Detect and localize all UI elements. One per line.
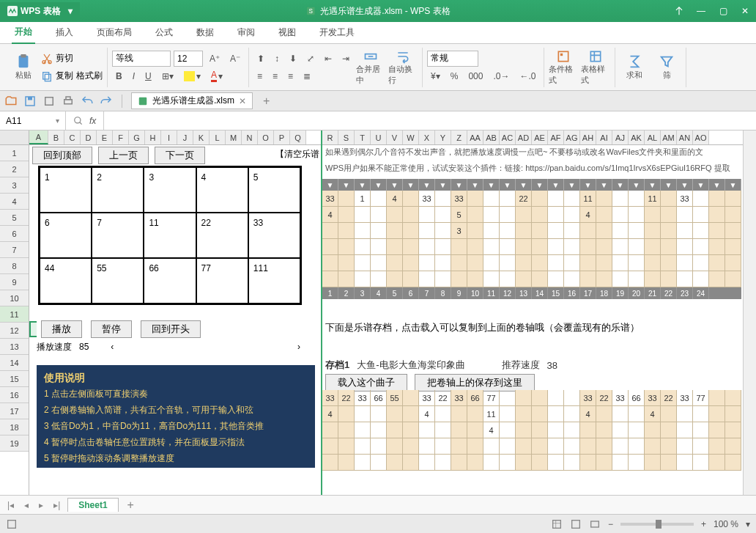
- name-box[interactable]: A11▾: [0, 111, 66, 130]
- print-icon[interactable]: [62, 95, 75, 108]
- roll-cell[interactable]: [548, 255, 564, 271]
- col-header[interactable]: AI: [596, 131, 612, 144]
- roll-cell[interactable]: [580, 255, 596, 271]
- col-header[interactable]: W: [403, 131, 419, 144]
- tab-formula[interactable]: 公式: [152, 22, 176, 44]
- note-pad-cell[interactable]: 6: [40, 213, 92, 258]
- col-header[interactable]: K: [193, 131, 210, 144]
- roll-cell[interactable]: [387, 223, 403, 239]
- roll-cell[interactable]: [322, 223, 338, 239]
- archive-roll-cell[interactable]: 33: [419, 390, 435, 406]
- roll-cell[interactable]: 5: [451, 207, 467, 223]
- archive-roll-cell[interactable]: [580, 455, 596, 471]
- roll-cell[interactable]: [467, 271, 483, 287]
- archive-roll-cell[interactable]: [355, 438, 371, 455]
- archive-roll-cell[interactable]: [661, 455, 677, 471]
- roll-cell[interactable]: [532, 223, 548, 239]
- archive-roll-cell[interactable]: 33: [322, 390, 338, 406]
- archive-roll-cell[interactable]: [419, 422, 435, 438]
- roll-cell[interactable]: [564, 271, 580, 287]
- roll-cell[interactable]: [435, 239, 451, 255]
- roll-cell[interactable]: [483, 223, 500, 239]
- archive-roll-cell[interactable]: 66: [371, 390, 387, 406]
- archive-roll-cell[interactable]: [564, 422, 580, 438]
- roll-cell[interactable]: [693, 223, 709, 239]
- save-archive-button[interactable]: 把卷轴上的保存到这里: [415, 374, 535, 392]
- new-tab-icon[interactable]: +: [259, 95, 274, 108]
- zoom-out-icon[interactable]: −: [608, 519, 613, 529]
- row-header[interactable]: 9: [0, 274, 29, 290]
- col-header[interactable]: P: [274, 131, 290, 144]
- roll-cell[interactable]: [419, 239, 435, 255]
- roll-cell[interactable]: [371, 207, 387, 223]
- row-header[interactable]: 19: [0, 435, 29, 452]
- roll-cell[interactable]: [419, 271, 435, 287]
- col-header[interactable]: AL: [645, 131, 661, 144]
- archive-roll-cell[interactable]: [387, 422, 403, 438]
- archive-roll-cell[interactable]: 77: [483, 390, 500, 406]
- note-pad-cell[interactable]: 77: [196, 258, 248, 304]
- roll-cell[interactable]: [435, 255, 451, 271]
- roll-cell[interactable]: [629, 223, 645, 239]
- roll-cell[interactable]: [355, 255, 371, 271]
- roll-cell[interactable]: [693, 255, 709, 271]
- roll-cell[interactable]: 33: [419, 191, 435, 207]
- roll-cell[interactable]: [338, 271, 355, 287]
- roll-cell[interactable]: [693, 191, 709, 207]
- row-header[interactable]: 7: [0, 242, 29, 258]
- maximize-icon[interactable]: ▢: [712, 0, 734, 22]
- archive-roll-cell[interactable]: [435, 422, 451, 438]
- col-header[interactable]: E: [97, 131, 113, 144]
- roll-cell[interactable]: [661, 255, 677, 271]
- col-header[interactable]: I: [161, 131, 177, 144]
- speed-inc-icon[interactable]: ›: [283, 342, 315, 352]
- archive-roll-cell[interactable]: 33: [612, 390, 629, 406]
- archive-roll-cell[interactable]: [403, 390, 419, 406]
- roll-cell[interactable]: [612, 191, 629, 207]
- roll-cell[interactable]: [483, 239, 500, 255]
- roll-cell[interactable]: [629, 255, 645, 271]
- roll-cell[interactable]: [532, 255, 548, 271]
- roll-cell[interactable]: 1: [355, 191, 371, 207]
- sheet-nav-last-icon[interactable]: ▸|: [51, 500, 63, 510]
- roll-cell[interactable]: [403, 239, 419, 255]
- col-header[interactable]: AD: [516, 131, 532, 144]
- col-header[interactable]: F: [113, 131, 129, 144]
- roll-cell[interactable]: [677, 239, 693, 255]
- roll-cell[interactable]: [693, 271, 709, 287]
- archive-roll-cell[interactable]: [612, 455, 629, 471]
- col-header[interactable]: AO: [693, 131, 709, 144]
- roll-cell[interactable]: [677, 207, 693, 223]
- archive-roll-cell[interactable]: [629, 406, 645, 422]
- archive-roll-cell[interactable]: [435, 438, 451, 455]
- archive-roll-cell[interactable]: [596, 438, 612, 455]
- archive-roll-cell[interactable]: [709, 422, 725, 438]
- align-bot-icon[interactable]: ⬇: [286, 51, 300, 66]
- archive-roll-cell[interactable]: [661, 422, 677, 438]
- col-header[interactable]: Q: [290, 131, 306, 144]
- archive-roll-cell[interactable]: [612, 438, 629, 455]
- cut-icon[interactable]: [41, 53, 53, 65]
- roll-cell[interactable]: [500, 255, 516, 271]
- archive-roll-cell[interactable]: [322, 422, 338, 438]
- archive-roll-cell[interactable]: 33: [451, 390, 467, 406]
- row-header[interactable]: 14: [0, 355, 29, 371]
- roll-cell[interactable]: [338, 191, 355, 207]
- archive-roll-cell[interactable]: [596, 455, 612, 471]
- roll-cell[interactable]: [661, 191, 677, 207]
- note-pad-cell[interactable]: 33: [248, 213, 300, 258]
- archive-roll-cell[interactable]: [564, 438, 580, 455]
- archive-roll-cell[interactable]: 55: [387, 390, 403, 406]
- number-format[interactable]: [427, 51, 478, 67]
- roll-cell[interactable]: [435, 223, 451, 239]
- archive-roll-cell[interactable]: [451, 422, 467, 438]
- archive-roll-cell[interactable]: [338, 438, 355, 455]
- roll-cell[interactable]: [355, 271, 371, 287]
- roll-cell[interactable]: [532, 239, 548, 255]
- archive-roll-cell[interactable]: 11: [483, 406, 500, 422]
- roll-cell[interactable]: [564, 191, 580, 207]
- archive-roll-cell[interactable]: [661, 406, 677, 422]
- archive-roll-cell[interactable]: 4: [419, 406, 435, 422]
- row-header[interactable]: 17: [0, 403, 29, 419]
- row-header[interactable]: 12: [0, 323, 29, 339]
